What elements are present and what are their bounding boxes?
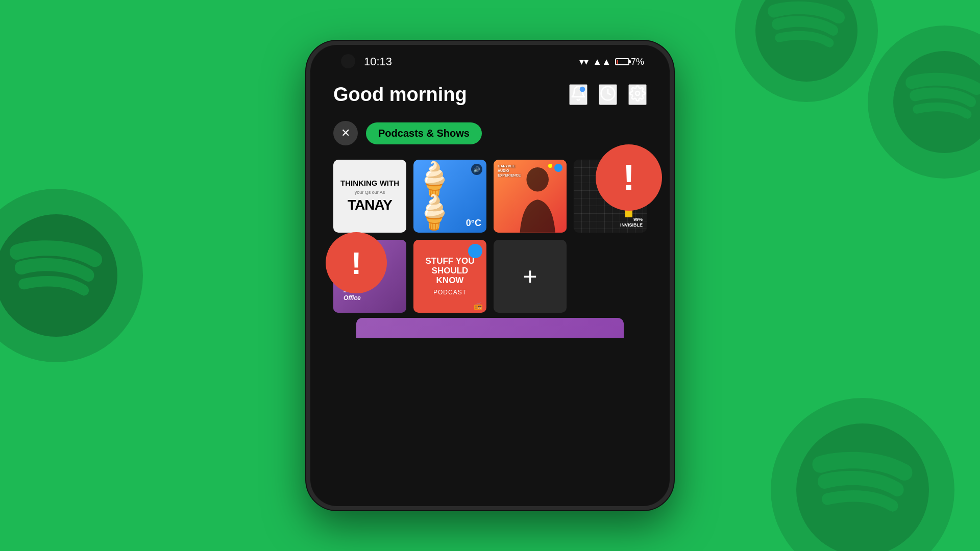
podcast-card-sysk[interactable]: STUFF YOU SHOULD KNOW PODCAST 📻 [413, 240, 486, 313]
greeting-text: Good morning [333, 84, 467, 106]
header-row: Good morning [333, 84, 647, 106]
alert-circle-large: ! [596, 144, 662, 211]
thinking-title: THINKING WITH [340, 179, 399, 188]
status-time: 10:13 [364, 55, 392, 68]
thinking-name: TANAY [348, 197, 392, 213]
svg-point-2 [796, 423, 929, 551]
svg-point-3 [755, 0, 857, 82]
battery-fill [617, 60, 618, 64]
bottom-bar-hint [356, 318, 624, 338]
status-icons: ▾▾ ▲▲ 7% [579, 56, 644, 67]
signal-icon: ▲▲ [593, 57, 611, 67]
podcast-card-garyvee[interactable]: GARYVEEAUDIOEXPERIENCE [494, 160, 567, 233]
alert-exclamation-medium: ! [351, 245, 362, 281]
phone-frame: 10:13 ▾▾ ▲▲ 7% Good morning [306, 41, 674, 510]
header-icons [569, 84, 647, 105]
thinking-subtitle: your Qs our As [355, 190, 385, 195]
sysk-status-dot [468, 244, 482, 258]
podcast-card-icecream[interactable]: 🍦🍦 0°C 🔊 [413, 160, 486, 233]
svg-point-4 [580, 87, 584, 91]
camera-cutout [341, 54, 355, 68]
battery-icon [615, 58, 629, 65]
spotify-logo-bg-top-right [735, 0, 878, 102]
icecream-temp: 0°C [466, 218, 481, 229]
card-office-wrapper: in theOffice ! [333, 240, 406, 313]
invisible-title: 99%INVISIBLE [620, 217, 643, 229]
sysk-subtitle: PODCAST [433, 289, 467, 296]
podcast-card-thinking-tanay[interactable]: THINKING WITH your Qs our As TANAY [333, 160, 406, 233]
svg-point-7 [526, 167, 549, 192]
podcasts-shows-filter-chip[interactable]: Podcasts & Shows [366, 122, 482, 144]
main-content: Good morning [310, 73, 670, 506]
status-bar: 10:13 ▾▾ ▲▲ 7% [310, 45, 670, 73]
podcast-card-add-more[interactable]: + [494, 240, 567, 313]
sysk-title: STUFF YOU SHOULD KNOW [421, 257, 479, 285]
spotify-logo-bg-right-bottom [771, 398, 954, 551]
close-filter-icon: ✕ [341, 128, 350, 139]
svg-point-6 [635, 91, 640, 95]
notification-button[interactable] [569, 84, 587, 105]
spotify-logo-bg-left [0, 189, 143, 362]
alert-exclamation-large: ! [623, 157, 634, 198]
battery-indicator: 7% [615, 57, 644, 67]
svg-point-0 [0, 214, 117, 337]
alert-circle-medium: ! [326, 232, 387, 293]
settings-button[interactable] [628, 84, 647, 105]
battery-percent: 7% [631, 57, 644, 67]
podcast-service-icon: 📻 [474, 302, 482, 310]
close-filter-button[interactable]: ✕ [333, 121, 358, 145]
podcast-grid: THINKING WITH your Qs our As TANAY 🍦🍦 0°… [333, 160, 647, 313]
phone-screen: 10:13 ▾▾ ▲▲ 7% Good morning [310, 45, 670, 506]
svg-point-1 [893, 51, 980, 153]
spotify-logo-bg-right-top [868, 26, 980, 179]
card-invisible-wrapper: 99%INVISIBLE ! [574, 160, 647, 233]
phone-wrapper: 10:13 ▾▾ ▲▲ 7% Good morning [306, 41, 674, 510]
garyvee-status-dot [554, 164, 562, 172]
speaker-icon: 🔊 [471, 164, 482, 175]
wifi-icon: ▾▾ [579, 56, 589, 67]
history-button[interactable] [599, 84, 617, 105]
garyvee-person [508, 167, 567, 233]
filter-row: ✕ Podcasts & Shows [333, 121, 647, 145]
garyvee-yellow-dot [548, 164, 552, 168]
add-more-icon: + [523, 264, 537, 289]
